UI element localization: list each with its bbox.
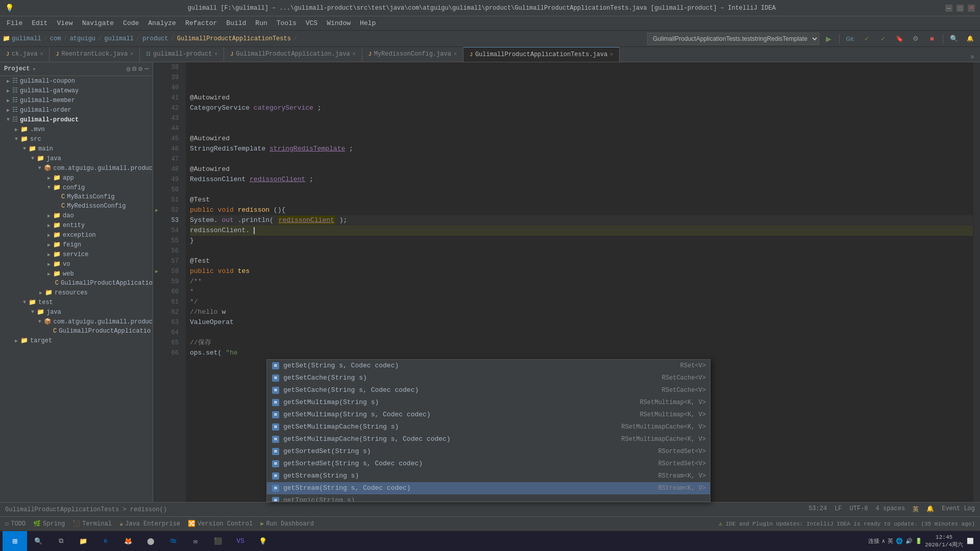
autocomplete-popup[interactable]: m getSet(String s, Codec codec) RSet<V> … xyxy=(266,359,710,502)
event-log[interactable]: Event Log xyxy=(942,505,975,514)
autocomplete-item-9[interactable]: m getStream(String s) RStream<K, V> xyxy=(267,470,710,482)
taskbar-chevron[interactable]: ∧ xyxy=(882,538,886,544)
tree-exception[interactable]: ▶ 📁 exception xyxy=(0,230,153,240)
terminal-item[interactable]: ⬛ Terminal xyxy=(72,520,112,528)
settings-icon[interactable]: ⚙ xyxy=(138,65,142,73)
notifications-button[interactable]: 🔔 xyxy=(963,32,977,46)
minimize-button[interactable]: ─ xyxy=(945,5,952,12)
tree-service[interactable]: ▶ 📁 service xyxy=(0,249,153,259)
stop-button[interactable]: ■ xyxy=(925,32,939,46)
taskbar-show-desktop[interactable]: ⬜ xyxy=(966,537,975,545)
menu-window[interactable]: Window xyxy=(323,18,355,29)
run-marker-icon[interactable]: ▶ xyxy=(155,207,158,213)
tree-src[interactable]: ▼ 📁 src xyxy=(0,134,153,144)
todo-item[interactable]: ☑ TODO xyxy=(5,520,26,528)
tree-target[interactable]: ▶ 📁 target xyxy=(0,336,153,345)
tree-test-java[interactable]: ▼ 📁 java xyxy=(0,307,153,317)
tree-member[interactable]: ▶ ☷ gulimall-member xyxy=(0,95,153,105)
tree-app[interactable]: ▶ 📁 app xyxy=(0,173,153,183)
tree-package[interactable]: ▼ 📦 com.atguigu.gulimall.produc xyxy=(0,163,153,173)
java-enterprise-item[interactable]: ☕ Java Enterprise xyxy=(119,520,180,528)
breadcrumb-1[interactable]: gulimall xyxy=(12,35,41,42)
tree-test[interactable]: ▼ 📁 test xyxy=(0,297,153,307)
spring-item[interactable]: 🌿 Spring xyxy=(33,520,65,528)
menu-analyze[interactable]: Analyze xyxy=(144,18,180,29)
tab-module[interactable]: ☷ gulimall-product × xyxy=(140,47,224,62)
tree-order[interactable]: ▶ ☷ gulimall-order xyxy=(0,105,153,115)
code-editor[interactable]: ▶ ▶ 38 3 xyxy=(153,62,980,516)
settings-button[interactable]: ⚙ xyxy=(909,32,923,46)
taskbar-terminal[interactable]: ⬛ xyxy=(207,531,229,552)
search-everywhere-button[interactable]: 🔍 xyxy=(947,32,961,46)
taskbar-idea[interactable]: 💡 xyxy=(252,531,274,552)
taskbar-task-view[interactable]: ⧉ xyxy=(50,531,72,552)
vcs-check-button[interactable]: ✓ xyxy=(876,32,890,46)
tree-mybatis[interactable]: ▶ C MyBatisConfig xyxy=(0,192,153,202)
tab-reentrant[interactable]: J ReentrantLock.java × xyxy=(50,47,140,62)
taskbar-chrome[interactable]: ⬤ xyxy=(139,531,162,552)
autocomplete-item-8[interactable]: m getSortedSet(String s, Codec codec) RS… xyxy=(267,458,710,470)
tree-myredisson[interactable]: ▶ C MyRedissonConfig xyxy=(0,202,153,211)
breadcrumb-gulimall[interactable]: 📁 xyxy=(3,35,10,42)
autocomplete-item-10[interactable]: m getStream(String s, Codec codec) RStre… xyxy=(267,482,710,494)
menu-help[interactable]: Help xyxy=(356,18,380,29)
tab-close-button[interactable]: × xyxy=(40,52,43,57)
autocomplete-item-3[interactable]: m getSetMultimap(String s) RSetMultimap<… xyxy=(267,396,710,409)
breadcrumb-5[interactable]: product xyxy=(142,35,168,42)
breadcrumb-4[interactable]: gulimall xyxy=(104,35,134,42)
menu-vcs[interactable]: VCS xyxy=(302,18,322,29)
run-button[interactable]: ▶ xyxy=(821,32,836,46)
tab-close-button[interactable]: × xyxy=(610,52,613,58)
autocomplete-item-6[interactable]: m getSetMultimapCache(String s, Codec co… xyxy=(267,433,710,445)
tree-gateway[interactable]: ▶ ☷ gulimall-gateway xyxy=(0,86,153,95)
tree-web[interactable]: ▶ 📁 web xyxy=(0,269,153,279)
tree-test-package[interactable]: ▼ 📦 com.atguigu.gulimall.produc xyxy=(0,317,153,327)
tree-feign[interactable]: ▶ 📁 feign xyxy=(0,240,153,249)
menu-view[interactable]: View xyxy=(53,18,77,29)
vcs-button[interactable]: ✓ xyxy=(860,32,874,46)
tree-product[interactable]: ▼ ☷ gulimall-product xyxy=(0,115,153,124)
tree-coupon[interactable]: ▶ ☷ gulimall-coupon xyxy=(0,76,153,86)
tree-config[interactable]: ▼ 📁 config xyxy=(0,183,153,192)
tab-close-button[interactable]: × xyxy=(454,52,457,57)
tree-vo[interactable]: ▶ 📁 vo xyxy=(0,259,153,269)
autocomplete-item-2[interactable]: m getSetCache(String s, Codec codec) RSe… xyxy=(267,384,710,396)
menu-navigate[interactable]: Navigate xyxy=(78,18,118,29)
code-content[interactable]: @Autowired CategoryService categoryServi… xyxy=(186,62,973,516)
menu-build[interactable]: Build xyxy=(222,18,250,29)
breadcrumb-2[interactable]: com xyxy=(50,35,61,42)
minimize-sidebar-icon[interactable]: — xyxy=(144,65,149,73)
run-config-selector[interactable]: GulimallProductApplicationTests.teststri… xyxy=(647,33,819,45)
tree-main-java[interactable]: ▼ 📁 java xyxy=(0,154,153,163)
menu-refactor[interactable]: Refactor xyxy=(181,18,221,29)
autocomplete-item-11[interactable]: m getTopic(String s) xyxy=(267,494,710,502)
tab-tests-active[interactable]: J GulimallProductApplicationTests.java × xyxy=(463,47,620,62)
tree-dao[interactable]: ▶ 📁 dao xyxy=(0,211,153,220)
tree-tests-file[interactable]: ▶ C GulimallProductApplicatio xyxy=(0,327,153,336)
taskbar-explorer[interactable]: 📁 xyxy=(72,531,94,552)
taskbar-edge[interactable]: e xyxy=(94,531,117,552)
run-marker-icon[interactable]: ▶ xyxy=(155,268,158,274)
taskbar-search[interactable]: 🔍 xyxy=(27,531,50,552)
menu-tools[interactable]: Tools xyxy=(273,18,301,29)
start-button[interactable]: ⊞ xyxy=(3,531,27,552)
autocomplete-item-1[interactable]: m getSetCache(String s) RSetCache<V> xyxy=(267,372,710,384)
menu-run[interactable]: Run xyxy=(251,18,271,29)
run-dashboard-item[interactable]: ▶ Run Dashboard xyxy=(260,520,314,528)
taskbar-firefox[interactable]: 🦊 xyxy=(117,531,139,552)
tab-myredisson[interactable]: J MyRedissonConfig.java × xyxy=(362,47,463,62)
breadcrumb-6[interactable]: GulimallProductApplicationTests xyxy=(177,35,291,42)
version-control-item[interactable]: 🔀 Version Control xyxy=(188,520,253,528)
tab-close-button[interactable]: × xyxy=(353,52,356,57)
autocomplete-item-0[interactable]: m getSet(String s, Codec codec) RSet<V> xyxy=(267,360,710,372)
close-button[interactable]: ✕ xyxy=(968,5,975,12)
tab-close-button[interactable]: × xyxy=(130,52,133,57)
collapse-all-icon[interactable]: ⊟ xyxy=(133,65,137,73)
tab-gulimall-app[interactable]: J GulimallProductApplication.java × xyxy=(224,47,362,62)
tab-close-button[interactable]: × xyxy=(214,52,217,57)
menu-code[interactable]: Code xyxy=(119,18,143,29)
taskbar-vs[interactable]: VS xyxy=(229,531,252,552)
autocomplete-item-7[interactable]: m getSortedSet(String s) RSortedSet<V> xyxy=(267,445,710,458)
bookmark-button[interactable]: 🔖 xyxy=(892,32,906,46)
tree-entity[interactable]: ▶ 📁 entity xyxy=(0,220,153,230)
